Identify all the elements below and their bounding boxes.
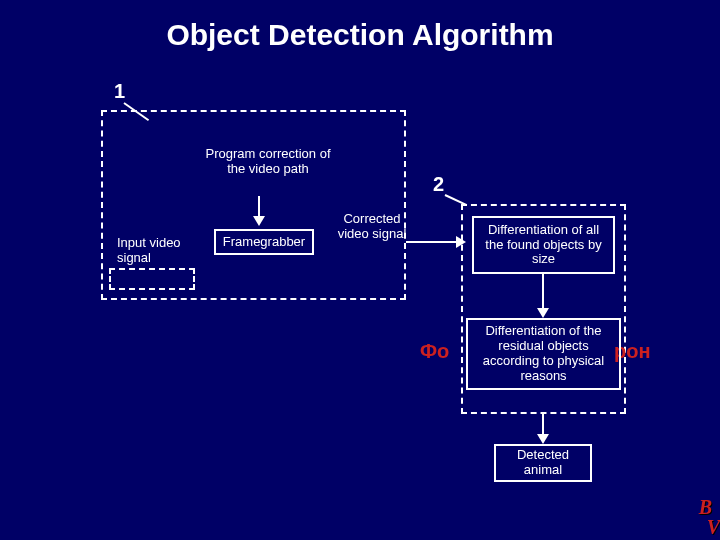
arrow-size-to-physical bbox=[542, 274, 544, 310]
logo-letter-b: B bbox=[699, 496, 712, 518]
arrow-size-to-physical-head bbox=[537, 308, 549, 318]
arrow-physical-to-detected-head bbox=[537, 434, 549, 444]
logo: B V bbox=[699, 498, 712, 534]
arrow-box1-to-box2 bbox=[406, 241, 458, 243]
program-correction-label: Program correction of the video path bbox=[198, 143, 338, 181]
bg-red-text-left: Фо bbox=[420, 340, 449, 363]
page-title: Object Detection Algorithm bbox=[0, 18, 720, 52]
diff-physical-box: Differentiation of the residual objects … bbox=[466, 318, 621, 390]
logo-letter-v: V bbox=[707, 516, 720, 538]
arrow-program-to-framegrabber bbox=[258, 196, 260, 218]
group-2-label: 2 bbox=[433, 173, 444, 196]
framegrabber-box: Framegrabber bbox=[214, 229, 314, 255]
input-sub-box bbox=[109, 268, 195, 290]
group-1-label: 1 bbox=[114, 80, 125, 103]
arrow-program-to-framegrabber-head bbox=[253, 216, 265, 226]
diff-by-size-box: Differentiation of all the found objects… bbox=[472, 216, 615, 274]
arrow-physical-to-detected bbox=[542, 414, 544, 436]
corrected-video-label: Corrected video signal bbox=[332, 208, 412, 246]
input-video-label: Input video signal bbox=[113, 232, 198, 270]
detected-animal-box: Detected animal bbox=[494, 444, 592, 482]
